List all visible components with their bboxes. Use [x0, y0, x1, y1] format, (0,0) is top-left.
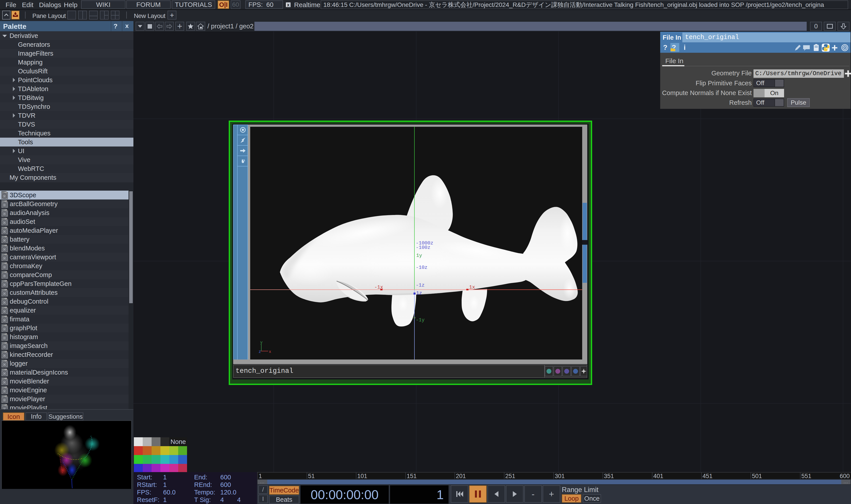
svg-text:x: x	[269, 349, 271, 354]
svg-text:COMP: COMP	[2, 404, 7, 406]
svg-text:COMP: COMP	[2, 316, 7, 318]
svg-text:COMP: COMP	[2, 218, 7, 220]
svg-text:COMP: COMP	[2, 191, 7, 193]
svg-text:COMP: COMP	[2, 253, 7, 255]
svg-text:COMP: COMP	[2, 271, 7, 273]
svg-text:COMP: COMP	[2, 324, 7, 326]
svg-text:-10z: -10z	[416, 265, 428, 270]
svg-text:COMP: COMP	[2, 360, 7, 362]
svg-text:COMP: COMP	[2, 245, 7, 247]
svg-text:COMP: COMP	[2, 280, 7, 282]
svg-text:COMP: COMP	[2, 227, 7, 229]
svg-text:COMP: COMP	[2, 307, 7, 308]
svg-text:1z: 1z	[416, 291, 422, 296]
svg-text:COMP: COMP	[2, 368, 7, 371]
svg-text:COMP: COMP	[2, 333, 7, 335]
svg-text:1y: 1y	[416, 253, 422, 258]
svg-text:COMP: COMP	[2, 236, 7, 238]
svg-text:COMP: COMP	[2, 289, 7, 291]
svg-text:COMP: COMP	[2, 298, 7, 300]
svg-text:COMP: COMP	[2, 395, 7, 397]
svg-text:COMP: COMP	[2, 209, 7, 211]
svg-text:COMP: COMP	[2, 200, 7, 202]
svg-text:-1z: -1z	[416, 283, 424, 288]
svg-text:-1y: -1y	[416, 318, 424, 323]
svg-text:COMP: COMP	[2, 351, 7, 353]
svg-text:COMP: COMP	[2, 342, 7, 344]
svg-text:-1x: -1x	[374, 285, 383, 290]
svg-text:y: y	[260, 340, 262, 345]
svg-text:z: z	[259, 349, 261, 354]
svg-text:COMP: COMP	[2, 262, 7, 264]
svg-text:COMP: COMP	[2, 377, 7, 379]
svg-text:1x: 1x	[469, 285, 475, 290]
svg-text:-100z: -100z	[416, 245, 430, 250]
svg-text:COMP: COMP	[2, 386, 7, 388]
